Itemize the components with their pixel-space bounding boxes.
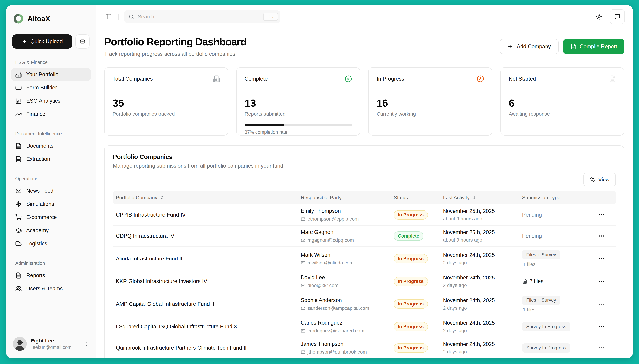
table-row: CDPQ Infraestructura IV Marc Gagnon mgag… [113,226,616,247]
ellipsis-icon [598,233,605,239]
responsible-party-cell: David Lee dlee@kkr.com [301,274,394,288]
card-subtitle: Manage reporting submissions from all po… [113,163,616,169]
stat-card-complete: Complete 13 Reports submitted 37% comple… [236,67,360,136]
status-badge: In Progress [394,210,428,220]
company-name: KKR Global Infrastructure Investors IV [113,278,301,284]
stat-value: 6 [509,97,616,109]
sidebar-item-simulations[interactable]: Simulations [11,198,91,210]
sidebar-item-form-builder[interactable]: Form Builder [11,82,91,94]
compile-report-button[interactable]: Compile Report [563,39,624,54]
table-row: AMP Capital Global Infrastructure Fund I… [113,292,616,316]
submission-type-cell: Survey In Progress [522,343,594,352]
submission-type-cell: Survey In Progress [522,322,594,331]
column-header-portfolio-company[interactable]: Portfolio Company [113,195,301,200]
mail-icon [301,260,305,265]
company-name: CDPQ Infraestructura IV [113,233,301,239]
mail-icon [301,350,305,354]
search-input[interactable]: Search ⌘ J [124,10,280,23]
table-header: Portfolio CompanyResponsible PartyStatus… [113,191,616,204]
sidebar-item-finance[interactable]: Finance [11,108,91,120]
sidebar-item-label: Academy [26,227,49,234]
status-badge: In Progress [394,300,428,308]
truck-icon [15,240,22,247]
sidebar-item-logistics[interactable]: Logistics [11,238,91,250]
row-actions-cell [597,322,616,331]
panel-left-icon [105,13,112,20]
zap-icon [15,201,22,207]
row-menu-button[interactable] [597,344,606,352]
responsible-party-cell: James Thompson jthompson@quinbrook.com [301,341,394,355]
chat-button[interactable] [610,9,625,24]
status-cell: In Progress [394,254,443,263]
file-text-icon [522,279,527,284]
sidebar-item-academy[interactable]: Academy [11,224,91,237]
quick-upload-button[interactable]: Quick Upload [12,34,72,49]
column-label: Status [394,195,408,200]
company-name: CPPIB Infrastructure Fund IV [113,212,301,218]
stat-title: Complete [245,76,268,82]
column-header-status: Status [394,195,443,200]
last-activity-cell: November 25th, 2025 about 9 hours ago [443,229,522,243]
stat-value: 35 [113,97,220,109]
user-profile[interactable]: Eight Lee jleekun@gmail.com [11,337,91,351]
sidebar-item-users-teams[interactable]: Users & Teams [11,282,91,295]
section-label: Operations [15,176,91,182]
last-activity-date: November 24th, 2025 [443,341,522,347]
mail-button[interactable] [75,34,90,49]
row-menu-button[interactable] [597,232,606,240]
sidebar: AltoaX Quick Upload ESG & FinanceYour Po… [6,5,96,358]
card-header: Portfolio Companies Manage reporting sub… [105,146,624,169]
add-company-button[interactable]: Add Company [500,39,558,54]
sidebar-toggle-button[interactable] [104,12,113,21]
submission-type-text: Pending [522,233,542,239]
content: Portfolio Reporting Dashboard Track repo… [96,28,633,358]
file-text-icon [609,75,616,82]
ellipsis-icon [598,344,605,351]
last-activity-date: November 24th, 2025 [443,252,522,258]
last-activity-relative: 2 days ago [443,349,522,354]
submission-type-cell: 2 files [522,278,594,284]
ellipsis-icon [598,278,605,285]
column-header-last-activity[interactable]: Last Activity [443,195,522,200]
status-badge: In Progress [394,277,428,286]
last-activity-date: November 25th, 2025 [443,208,522,214]
progress-bar [245,124,352,126]
view-button[interactable]: View [583,173,616,186]
last-activity-relative: about 9 hours ago [443,216,522,222]
check-circle-icon [345,75,352,82]
app-window: AltoaX Quick Upload ESG & FinanceYour Po… [6,5,633,358]
settings-sliders-icon [590,177,595,182]
table-row: CPPIB Infrastructure Fund IV Emily Thomp… [113,204,616,226]
responsible-party-email: sanderson@ampcapital.com [301,306,394,311]
row-menu-button[interactable] [597,277,606,286]
row-menu-button[interactable] [597,322,606,331]
sidebar-item-documents[interactable]: Documents [11,140,91,152]
user-name: Eight Lee [31,338,72,344]
sidebar-item-news-feed[interactable]: News Feed [11,184,91,197]
row-menu-button[interactable] [597,300,606,308]
table-body: CPPIB Infrastructure Fund IV Emily Thomp… [113,204,616,358]
form-icon [15,84,22,91]
add-company-label: Add Company [517,44,551,50]
search-icon [129,14,134,20]
theme-toggle-button[interactable] [594,12,604,21]
sidebar-item-your-portfolio[interactable]: Your Portfolio [11,68,91,81]
sidebar-nav: ESG & FinanceYour PortfolioForm BuilderE… [11,49,91,296]
sidebar-item-esg-analytics[interactable]: ESG Analytics [11,95,91,107]
user-menu-button[interactable] [83,341,89,347]
sidebar-item-reports[interactable]: Reports [11,269,91,282]
status-cell: In Progress [394,343,443,352]
sidebar-item-extraction[interactable]: Extraction [11,153,91,165]
last-activity-cell: November 24th, 2025 2 days ago [443,274,522,288]
header-actions: Add Company Compile Report [500,39,624,54]
last-activity-relative: 2 days ago [443,260,522,266]
view-row: View [105,173,624,186]
status-badge: In Progress [394,322,428,331]
ellipsis-icon [598,301,605,308]
last-activity-date: November 24th, 2025 [443,320,522,326]
responsible-party-email: ethompson@cppib.com [301,216,394,222]
row-menu-button[interactable] [597,210,606,219]
sidebar-item-e-commerce[interactable]: E-commerce [11,211,91,224]
responsible-party-email: crodriguez@isquared.com [301,328,394,334]
row-menu-button[interactable] [597,254,606,263]
